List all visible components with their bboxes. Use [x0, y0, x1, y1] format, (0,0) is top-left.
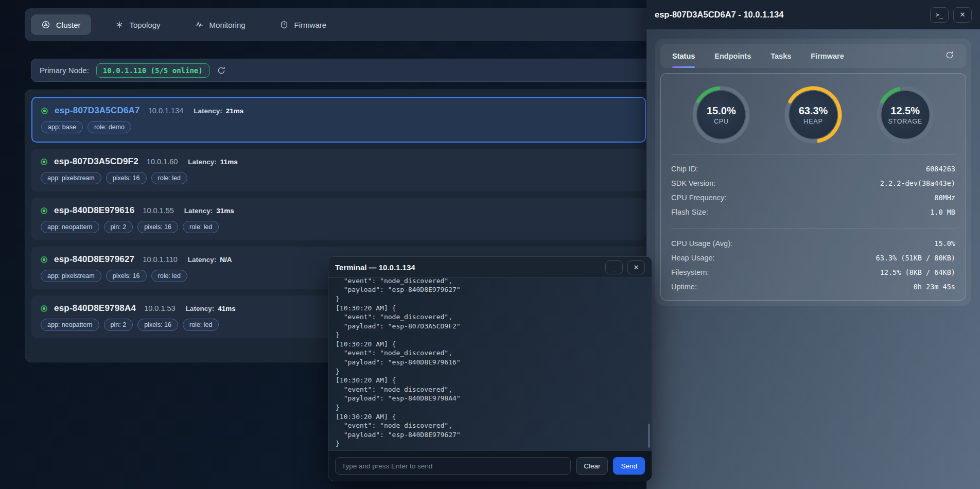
- kv-label: CPU Frequency:: [671, 194, 726, 202]
- node-ip: 10.0.1.60: [147, 158, 178, 166]
- node-tag: role: led: [151, 270, 187, 282]
- terminal-log[interactable]: "event": "node_discovered", "payload": "…: [328, 278, 652, 450]
- node-name: esp-840D8E979616: [54, 205, 134, 216]
- node-tag: pixels: 16: [137, 319, 178, 331]
- terminal-footer: Clear Send: [328, 450, 652, 481]
- node-tags: app: base role: demo: [41, 121, 636, 133]
- node-tag: pixels: 16: [106, 270, 147, 282]
- clear-button[interactable]: Clear: [576, 457, 608, 475]
- gauge-row: 15.0% CPU 63.3%: [670, 85, 956, 145]
- tab-firmware[interactable]: Firmware: [811, 44, 844, 68]
- node-row-head: esp-807D3A5CD6A7 10.0.1.134 Latency: 21m…: [41, 106, 636, 116]
- firmware-icon: [279, 20, 289, 29]
- node-name: esp-840D8E979627: [54, 254, 134, 265]
- terminal-minimize-button[interactable]: _: [605, 260, 623, 274]
- online-status-icon: [41, 108, 48, 114]
- kv-value: 12.5% (8KB / 64KB): [880, 268, 955, 276]
- terminal-header[interactable]: Terminal — 10.0.1.134 _ ✕: [328, 257, 652, 278]
- node-tag: pin: 2: [104, 319, 133, 331]
- node-tags: app: neopattern pin: 2 pixels: 16 role: …: [41, 221, 637, 233]
- online-status-icon: [41, 305, 47, 312]
- open-terminal-button[interactable]: >_: [930, 7, 949, 23]
- info-row-chip-id: Chip ID: 6084263: [670, 162, 956, 176]
- node-ip: 10.0.1.134: [148, 107, 184, 115]
- node-tag: app: pixelstream: [41, 172, 101, 184]
- divider: [671, 229, 955, 229]
- latency-label: Latency:: [184, 207, 213, 215]
- nav-tab-monitoring[interactable]: Monitoring: [184, 14, 256, 35]
- refresh-icon[interactable]: [945, 50, 954, 60]
- node-tag: app: base: [41, 121, 83, 133]
- node-tags: app: pixelstream pixels: 16 role: led: [41, 172, 637, 184]
- node-ip: 10.0.1.110: [143, 255, 177, 264]
- minimize-icon: _: [612, 264, 616, 271]
- gauge-label: CPU: [714, 118, 729, 125]
- status-card: 15.0% CPU 63.3%: [660, 73, 966, 301]
- node-tag: role: led: [183, 221, 219, 233]
- terminal-scrollbar[interactable]: [648, 424, 650, 448]
- terminal-command-input[interactable]: [335, 457, 571, 475]
- tab-endpoints[interactable]: Endpoints: [714, 44, 751, 68]
- refresh-icon[interactable]: [217, 66, 226, 75]
- node-tag: role: led: [151, 172, 187, 184]
- kv-value: 2.2.2-dev(38a443e): [880, 179, 955, 187]
- cluster-icon: [41, 20, 50, 29]
- online-status-icon: [41, 256, 47, 263]
- nav-tab-firmware[interactable]: Firmware: [269, 14, 337, 35]
- panel-close-button[interactable]: ✕: [953, 7, 972, 23]
- close-icon: ✕: [634, 264, 639, 271]
- node-tag: role: led: [183, 319, 219, 331]
- panel-section: Status Endpoints Tasks Firmware: [655, 39, 971, 306]
- node-row-esp-807D3A5CD9F2[interactable]: esp-807D3A5CD9F2 10.0.1.60 Latency: 11ms…: [31, 149, 646, 191]
- latency-value: 21ms: [226, 107, 244, 115]
- node-row-head: esp-807D3A5CD9F2 10.0.1.60 Latency: 11ms: [41, 156, 637, 167]
- kv-label: CPU Usage (Avg):: [671, 239, 732, 248]
- kv-label: Chip ID:: [671, 165, 698, 173]
- nav-tab-topology[interactable]: Topology: [104, 14, 171, 35]
- chip-info-group: Chip ID: 6084263 SDK Version: 2.2.2-dev(…: [670, 162, 956, 219]
- node-name: esp-840D8E9798A4: [54, 303, 136, 313]
- panel-body: Status Endpoints Tasks Firmware: [646, 29, 980, 489]
- primary-node-label: Primary Node:: [40, 66, 89, 75]
- kv-value: 0h 23m 45s: [914, 283, 955, 291]
- terminal-close-button[interactable]: ✕: [627, 260, 645, 274]
- primary-node-badge: 10.0.1.110 (5/5 online): [96, 63, 209, 78]
- terminal-title: Terminal — 10.0.1.134: [335, 263, 415, 272]
- terminal-window: Terminal — 10.0.1.134 _ ✕ "event": "node…: [328, 256, 652, 481]
- kv-value: 15.0%: [934, 239, 955, 248]
- latency-label: Latency:: [186, 305, 215, 312]
- gauge-value: 63.3%: [799, 105, 828, 117]
- gauge-heap: 63.3% HEAP: [783, 85, 843, 145]
- node-row-esp-807D3A5CD6A7[interactable]: esp-807D3A5CD6A7 10.0.1.134 Latency: 21m…: [31, 97, 646, 143]
- node-tag: app: pixelstream: [41, 270, 101, 282]
- latency-value: 31ms: [216, 207, 234, 215]
- topology-icon: [115, 20, 124, 29]
- tab-status[interactable]: Status: [672, 44, 695, 68]
- send-button[interactable]: Send: [613, 457, 645, 475]
- node-row-head: esp-840D8E979616 10.0.1.55 Latency: 31ms: [41, 205, 637, 216]
- panel-header: esp-807D3A5CD6A7 - 10.0.1.134 >_ ✕: [646, 0, 980, 29]
- gauge-value: 15.0%: [707, 105, 736, 117]
- node-row-esp-840D8E979616[interactable]: esp-840D8E979616 10.0.1.55 Latency: 31ms…: [31, 198, 646, 240]
- node-ip: 10.0.1.55: [143, 206, 173, 215]
- info-row-sdk-version: SDK Version: 2.2.2-dev(38a443e): [670, 176, 956, 190]
- panel-title: esp-807D3A5CD6A7 - 10.0.1.134: [655, 10, 783, 20]
- divider: [671, 154, 955, 154]
- kv-value: 63.3% (51KB / 80KB): [876, 254, 955, 262]
- gauge-label: HEAP: [803, 118, 822, 125]
- usage-row-cpu: CPU Usage (Avg): 15.0%: [670, 236, 956, 251]
- primary-node-bar: Primary Node: 10.0.1.110 (5/5 online): [31, 59, 653, 82]
- latency-label: Latency:: [194, 107, 222, 115]
- node-tag: role: demo: [87, 121, 131, 133]
- latency-value: 41ms: [218, 305, 236, 312]
- kv-label: Flash Size:: [671, 208, 708, 216]
- node-tag: app: neopattern: [41, 319, 99, 331]
- top-nav: Cluster Topology Monitoring Firmware: [25, 8, 653, 41]
- tab-tasks[interactable]: Tasks: [771, 44, 791, 68]
- cluster-dashboard: Cluster Topology Monitoring Firmware Pri…: [0, 0, 980, 489]
- kv-value: 80MHz: [934, 194, 955, 202]
- kv-value: 1.0 MB: [930, 208, 955, 216]
- nav-tab-cluster[interactable]: Cluster: [31, 14, 91, 35]
- gauge-cpu: 15.0% CPU: [691, 85, 751, 145]
- node-ip: 10.0.1.53: [144, 304, 175, 312]
